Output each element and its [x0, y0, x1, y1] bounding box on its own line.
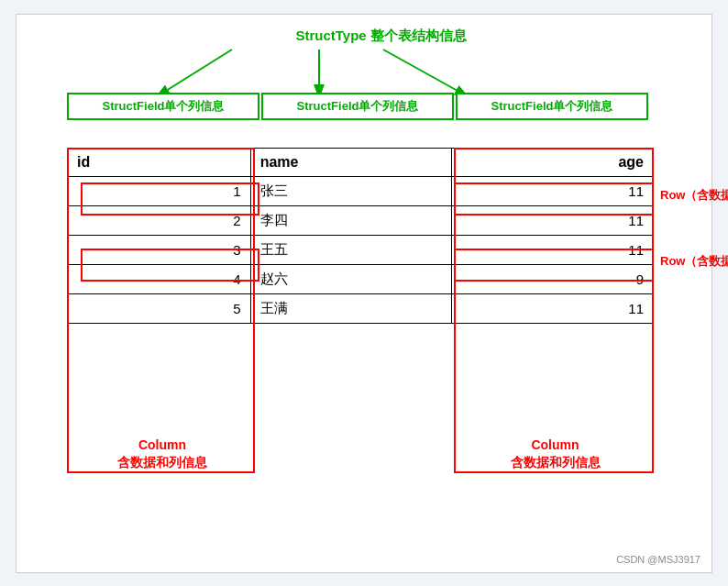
table-row: 1 张三 11	[68, 176, 654, 205]
cell-age-3: 11	[452, 235, 654, 264]
header-name: name	[250, 148, 452, 176]
row-label-2: Row（含数据）	[660, 253, 728, 270]
cell-name-4: 赵六	[250, 264, 452, 293]
cell-name-1: 张三	[250, 176, 452, 205]
col-label-2: Column 含数据和列信息	[457, 437, 654, 472]
cell-id-3: 3	[68, 235, 251, 264]
struct-fields-row: StructField单个列信息 StructField单个列信息 Struct…	[67, 93, 654, 120]
cell-age-4: 9	[452, 264, 654, 293]
struct-field-box-3: StructField单个列信息	[456, 93, 648, 120]
struct-type-label: StructType 整个表结构信息	[295, 28, 466, 45]
svg-line-2	[383, 50, 466, 95]
main-table-wrapper: id name age 1 张三 11 2 李四 11 3 王五	[67, 148, 654, 324]
cell-id-4: 4	[68, 264, 251, 293]
cell-name-2: 李四	[250, 205, 452, 235]
watermark: CSDN @MSJ3917	[616, 554, 700, 565]
cell-id-5: 5	[68, 293, 251, 323]
header-age: age	[452, 148, 654, 176]
struct-field-box-1: StructField单个列信息	[67, 93, 259, 120]
struct-field-box-2: StructField单个列信息	[261, 93, 454, 120]
data-table: id name age 1 张三 11 2 李四 11 3 王五	[67, 148, 654, 324]
row-label-1: Row（含数据）	[660, 187, 728, 204]
cell-name-5: 王满	[250, 293, 452, 323]
table-row: 4 赵六 9	[68, 264, 654, 293]
cell-id-1: 1	[68, 176, 251, 205]
diagram-container: StructType 整个表结构信息 StructField单个列信息 Stru…	[16, 14, 712, 573]
svg-line-0	[159, 50, 232, 95]
header-id: id	[68, 148, 251, 176]
cell-age-1: 11	[452, 176, 654, 205]
cell-id-2: 2	[68, 205, 251, 235]
cell-age-5: 11	[452, 293, 654, 323]
table-row: 5 王满 11	[68, 293, 654, 323]
table-row: 2 李四 11	[68, 205, 654, 235]
table-row: 3 王五 11	[68, 235, 654, 264]
col-label-1: Column 含数据和列信息	[72, 437, 253, 472]
cell-age-2: 11	[452, 205, 654, 235]
cell-name-3: 王五	[250, 235, 452, 264]
